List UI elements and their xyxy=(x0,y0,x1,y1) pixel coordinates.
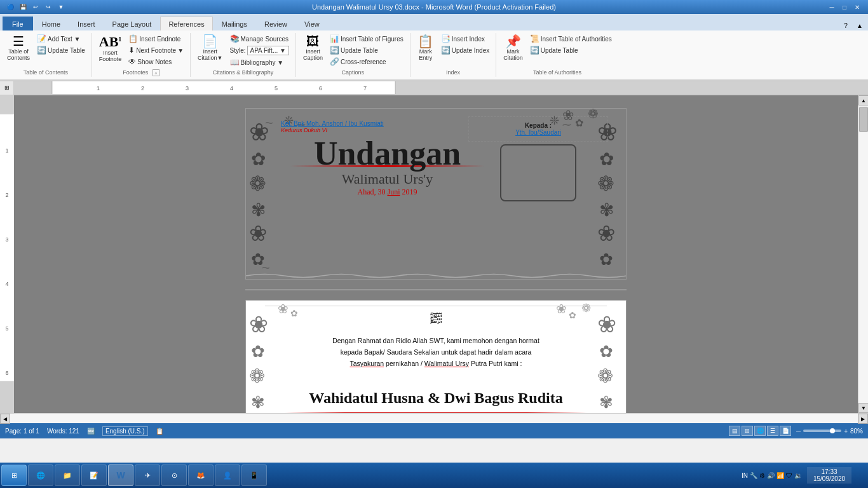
taskbar-app8[interactable]: 👤 xyxy=(215,464,240,486)
mark-citation-btn[interactable]: 📌 MarkCitation xyxy=(500,33,526,63)
manage-sources-btn[interactable]: 📚 Manage Sources xyxy=(227,33,292,44)
ribbon-help-btn[interactable]: ? xyxy=(840,20,851,30)
show-desktop-btn[interactable] xyxy=(854,464,867,487)
tab-references[interactable]: References xyxy=(160,17,212,30)
taskbar-firefox[interactable]: 🦊 xyxy=(188,464,214,486)
update-index-btn[interactable]: 🔄 Update Index xyxy=(438,44,492,56)
scroll-up-btn[interactable]: ▲ xyxy=(858,95,868,105)
svg-rect-12 xyxy=(0,114,14,381)
redo-btn[interactable]: ↪ xyxy=(43,2,53,12)
fn-dialog-btn[interactable]: ⬦ xyxy=(153,69,159,76)
tab-home[interactable]: Home xyxy=(34,17,69,30)
start-button[interactable]: ⊞ xyxy=(1,464,27,486)
taskbar-word[interactable]: W xyxy=(108,464,133,486)
next-footnote-btn[interactable]: ⬇ Next Footnote ▼ xyxy=(126,44,186,56)
taskbar-notepad[interactable]: 📝 xyxy=(81,464,107,486)
svg-text:1: 1 xyxy=(97,85,100,92)
cross-reference-btn[interactable]: 🔗 Cross-reference xyxy=(327,56,406,67)
minimize-btn[interactable]: ─ xyxy=(826,2,837,12)
hscroll-right-btn[interactable]: ▶ xyxy=(858,414,868,424)
close-btn[interactable]: ✕ xyxy=(851,2,863,12)
event-date: Ahad, 30 Juni 2019 xyxy=(278,187,497,197)
add-text-btn[interactable]: 📝 Add Text ▼ xyxy=(34,33,88,44)
full-screen-btn[interactable]: ⊞ xyxy=(742,426,753,436)
svg-text:✿: ✿ xyxy=(251,342,265,360)
clock-time: 17:33 xyxy=(811,468,848,475)
update-table-auth-btn[interactable]: 🔄 Update Table xyxy=(527,44,614,56)
print-layout-btn[interactable]: ▤ xyxy=(729,426,740,436)
taskbar-app9[interactable]: 📱 xyxy=(241,464,267,486)
clock[interactable]: 17:33 15/09/2020 xyxy=(807,467,851,484)
scroll-down-btn[interactable]: ▼ xyxy=(858,403,868,413)
show-notes-btn[interactable]: 👁 Show Notes xyxy=(126,56,186,67)
walimatul-underline: Walimatul Ursy xyxy=(424,360,469,367)
scroll-track[interactable] xyxy=(858,105,868,403)
next-fn-icon: ⬇ xyxy=(128,46,135,55)
svg-text:❀: ❀ xyxy=(597,222,615,246)
tab-file[interactable]: File xyxy=(3,17,33,30)
word-count: Words: 121 xyxy=(47,428,79,435)
tab-insert[interactable]: Insert xyxy=(69,17,104,30)
app9-icon: 📱 xyxy=(250,471,259,480)
main-layout: 1 2 3 4 5 6 ❀ ✿ ❁ ✾ ❀ ✿ xyxy=(0,95,868,413)
view-buttons: ▤ ⊞ 🌐 ☰ 📄 xyxy=(729,426,791,436)
zoom-out-btn[interactable]: ─ xyxy=(796,428,801,435)
update-table-cap-btn[interactable]: 🔄 Update Table xyxy=(327,44,406,56)
svg-text:~: ~ xyxy=(265,115,273,131)
body-line2: kepada Bapak/ Saudara Sekalian untuk dap… xyxy=(278,347,594,358)
outline-btn[interactable]: ☰ xyxy=(767,426,778,436)
web-layout-btn[interactable]: 🌐 xyxy=(754,426,766,436)
tab-review[interactable]: Review xyxy=(256,17,295,30)
network-icon[interactable]: 📶 xyxy=(776,472,784,479)
tab-page-layout[interactable]: Page Layout xyxy=(104,17,160,30)
ribbon-minimize-btn[interactable]: ▲ xyxy=(854,20,865,30)
zoom-slider[interactable] xyxy=(803,430,841,432)
body-line3: Tasyakuran pernikahan / Walimatul Ursy P… xyxy=(278,358,594,370)
insert-index-btn[interactable]: 📑 Insert Index xyxy=(438,33,492,44)
bibliography-btn[interactable]: 📖 Bibliography ▼ xyxy=(227,57,292,68)
mark-entry-btn[interactable]: 📋 MarkEntry xyxy=(414,33,437,63)
insert-footnote-btn[interactable]: AB1 InsertFootnote xyxy=(96,33,125,64)
insert-toa-btn[interactable]: 📜 Insert Table of Authorities xyxy=(527,33,614,44)
taskbar-telegram[interactable]: ✈ xyxy=(135,464,160,486)
insert-endnote-btn[interactable]: 📋 Insert Endnote xyxy=(126,33,186,44)
taskbar-chrome[interactable]: ⊙ xyxy=(161,464,187,486)
svg-text:❁: ❁ xyxy=(597,365,613,386)
insert-tof-btn[interactable]: 📊 Insert Table of Figures xyxy=(327,33,406,44)
top-line xyxy=(265,306,607,306)
customize-btn[interactable]: ▼ xyxy=(56,2,66,12)
spell-check-icon[interactable]: 🔤 xyxy=(87,428,95,435)
tab-mailings[interactable]: Mailings xyxy=(214,17,255,30)
tray-icon1: IN xyxy=(742,472,748,479)
volume-icon[interactable]: 🔉 xyxy=(794,472,802,479)
save-quick-btn[interactable]: 💾 xyxy=(18,2,28,12)
language-btn[interactable]: English (U.S.) xyxy=(102,426,148,436)
insert-citation-btn[interactable]: 📄 InsertCitation▼ xyxy=(194,33,226,63)
undo-btn[interactable]: ↩ xyxy=(31,2,41,12)
maximize-btn[interactable]: □ xyxy=(839,2,850,12)
svg-text:6: 6 xyxy=(319,85,322,92)
sender-info: Kel. Bpk Moh. Anshori / Ibu Kusmiati Ked… xyxy=(281,120,384,133)
toc-col: 📝 Add Text ▼ 🔄 Update Table xyxy=(34,33,88,56)
tab-view[interactable]: View xyxy=(296,17,328,30)
zoom-in-btn[interactable]: + xyxy=(844,428,848,435)
track-changes-icon[interactable]: 📋 xyxy=(156,428,163,435)
fn-col: 📋 Insert Endnote ⬇ Next Footnote ▼ 👁 Sho… xyxy=(126,33,186,67)
mark-cite-label: MarkCitation xyxy=(503,48,523,61)
hscroll-track[interactable] xyxy=(10,414,858,423)
style-btn[interactable]: Style: APA Fift... ▼ xyxy=(227,44,292,57)
zoom-thumb[interactable] xyxy=(830,428,835,433)
draft-btn[interactable]: 📄 xyxy=(780,426,791,436)
hscroll-left-btn[interactable]: ◀ xyxy=(0,414,10,424)
update-idx-icon: 🔄 xyxy=(441,46,451,55)
scroll-thumb[interactable] xyxy=(859,107,868,132)
update-cap-icon: 🔄 xyxy=(330,46,339,55)
svg-text:✾: ✾ xyxy=(599,200,614,220)
table-of-contents-btn[interactable]: ☰ Table ofContents xyxy=(4,33,33,63)
style-value[interactable]: APA Fift... ▼ xyxy=(247,46,289,55)
taskbar-ie[interactable]: 🌐 xyxy=(28,464,53,486)
taskbar-explorer[interactable]: 📁 xyxy=(55,464,80,486)
insert-caption-btn[interactable]: 🖼 InsertCaption xyxy=(300,33,326,63)
update-table-toc-btn[interactable]: 🔄 Update Table xyxy=(34,44,88,56)
start-orb: ⊞ xyxy=(11,471,17,480)
